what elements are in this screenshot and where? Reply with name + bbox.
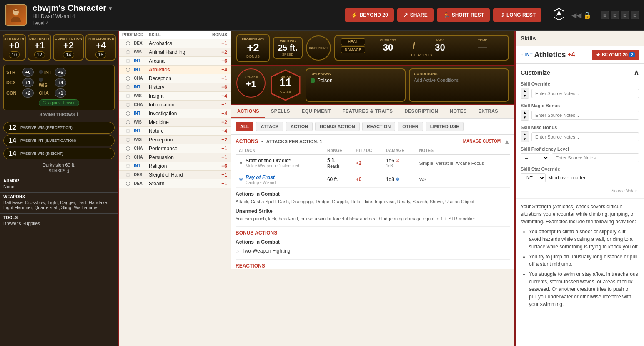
skill-stat: CHA bbox=[134, 102, 149, 107]
skill-override-spinner[interactable]: ▲ ▼ bbox=[521, 88, 529, 99]
skill-row-religion[interactable]: INT Religion +6 bbox=[119, 162, 231, 171]
skill-name: Nature bbox=[149, 128, 210, 134]
skill-row-deception[interactable]: CHA Deception +1 bbox=[119, 74, 231, 83]
filter-attack[interactable]: ATTACK bbox=[256, 122, 283, 131]
save-val-dex: +1 bbox=[22, 78, 34, 87]
ability-mod: +4 bbox=[87, 40, 114, 51]
prof-level-input[interactable] bbox=[552, 153, 639, 162]
skill-row-intimidation[interactable]: CHA Intimidation +1 bbox=[119, 101, 231, 109]
prof-indicator bbox=[126, 138, 130, 142]
tab-features-&-traits[interactable]: FEATURES & TRAITS bbox=[337, 105, 399, 118]
skill-row-stealth[interactable]: DEX Stealth +1 bbox=[119, 179, 231, 188]
skill-row-investigation[interactable]: INT Investigation +4 bbox=[119, 109, 231, 118]
skill-row-arcana[interactable]: INT Arcana +6 bbox=[119, 57, 231, 66]
wc-btn-2[interactable]: ⊡ bbox=[611, 11, 619, 19]
attack-name-staff[interactable]: Staff of the Oracle* bbox=[246, 158, 299, 164]
ability-score: 14 bbox=[63, 51, 74, 58]
passive-num: 12 bbox=[8, 124, 17, 131]
save-val-int: +6 bbox=[55, 68, 66, 77]
attack-row-staff: ✕ Staff of the Oracle* Melee Weapon • Cu… bbox=[236, 154, 510, 172]
nav-lock[interactable]: 🔒 bbox=[583, 11, 591, 19]
col-damage: DAMAGE bbox=[383, 146, 416, 155]
character-avatar[interactable] bbox=[5, 4, 27, 26]
customize-toggle[interactable]: ∧ bbox=[634, 68, 639, 77]
short-rest-button[interactable]: 🏃 SHORT REST bbox=[437, 8, 490, 22]
skill-row-history[interactable]: INT History +6 bbox=[119, 83, 231, 92]
filter-bonus-action[interactable]: BONUS ACTION bbox=[315, 122, 360, 131]
skill-row-performance[interactable]: CHA Performance +1 bbox=[119, 144, 231, 153]
beyond-icon: ⚡ bbox=[351, 12, 358, 18]
passive-label: PASSIVE WIS (PERCEPTION) bbox=[20, 126, 73, 130]
beyond20-button[interactable]: ⚡ BEYOND 20 bbox=[345, 8, 394, 22]
heal-button[interactable]: HEAL bbox=[341, 38, 365, 45]
skill-row-acrobatics[interactable]: DEX Acrobatics +1 bbox=[119, 39, 231, 48]
skill-row-insight[interactable]: WIS Insight +4 bbox=[119, 92, 231, 101]
staff-hit: +2 bbox=[356, 160, 362, 166]
filter-all[interactable]: ALL bbox=[236, 122, 253, 131]
magic-bonus-input[interactable] bbox=[531, 111, 639, 120]
current-hp: CURRENT 30 bbox=[368, 38, 408, 53]
tab-spells[interactable]: SPELLS bbox=[265, 105, 296, 118]
manage-custom-button[interactable]: MANAGE CUSTOM bbox=[463, 139, 501, 144]
rp-description: Your Strength (Athletics) check covers d… bbox=[516, 199, 644, 315]
skill-row-persuasion[interactable]: CHA Persuasion +1 bbox=[119, 153, 231, 162]
skill-name: Deception bbox=[149, 76, 210, 81]
skill-prof-dot bbox=[122, 103, 134, 107]
prof-level-select[interactable]: – Half Full Double bbox=[521, 153, 549, 162]
spin-up3[interactable]: ▲ bbox=[521, 132, 529, 137]
tab-extras[interactable]: EXTRAS bbox=[473, 105, 504, 118]
misc-bonus-input[interactable] bbox=[531, 132, 639, 141]
ability-card-int: INTELLIGENCE +4 18 bbox=[85, 34, 116, 61]
actions-panel: ACTIONSSPELLSEQUIPMENTFEATURES & TRAITSD… bbox=[231, 105, 514, 269]
skill-name: Animal Handling bbox=[149, 49, 210, 55]
wc-btn-1[interactable]: ⊟ bbox=[601, 11, 609, 19]
wc-btn-3[interactable]: ⊡ bbox=[621, 11, 629, 19]
skill-bonus: +6 bbox=[210, 163, 227, 169]
misc-bonus-spinner[interactable]: ▲ ▼ bbox=[521, 131, 529, 142]
spin-down2[interactable]: ▼ bbox=[521, 115, 529, 120]
filter-reaction[interactable]: REACTION bbox=[362, 122, 395, 131]
saves-rows3: CON +2 CHA +1 bbox=[6, 88, 112, 98]
skill-row-sleight-of-hand[interactable]: DEX Sleight of Hand +1 bbox=[119, 171, 231, 179]
nav-back[interactable]: ◀◀ bbox=[571, 11, 581, 19]
share-button[interactable]: ↗ SHARE bbox=[397, 8, 434, 22]
wc-btn-4[interactable]: ⊡ bbox=[631, 11, 639, 19]
skill-row-animal-handling[interactable]: WIS Animal Handling +2 bbox=[119, 48, 231, 57]
shield-icon: 🛡 bbox=[43, 101, 47, 105]
skill-row-medicine[interactable]: WIS Medicine +2 bbox=[119, 118, 231, 127]
initiative-box: INITIATIVE +1 bbox=[236, 68, 266, 98]
skill-name: Perception bbox=[149, 137, 210, 143]
spin-down3[interactable]: ▼ bbox=[521, 137, 529, 142]
filter-other[interactable]: OTHER bbox=[398, 122, 423, 131]
share-icon: ↗ bbox=[403, 12, 408, 18]
ability-mod: +2 bbox=[55, 40, 82, 51]
spin-up2[interactable]: ▲ bbox=[521, 110, 529, 115]
character-level: Level 4 bbox=[33, 20, 49, 26]
spin-up[interactable]: ▲ bbox=[521, 88, 529, 93]
filter-action[interactable]: ACTION bbox=[286, 122, 313, 131]
spin-down[interactable]: ▼ bbox=[521, 93, 529, 98]
attack-name-frost[interactable]: Ray of Frost bbox=[246, 174, 276, 180]
stat-override-select[interactable]: INT STR DEX CON WIS CHA bbox=[521, 173, 546, 182]
tab-actions[interactable]: ACTIONS bbox=[231, 105, 265, 118]
character-name: cbwjm's Character bbox=[33, 3, 106, 13]
filter-limited-use[interactable]: LIMITED USE bbox=[426, 122, 464, 131]
expand-icon[interactable]: ▲ bbox=[504, 138, 510, 145]
inspiration-box[interactable]: INSPIRATION bbox=[306, 35, 331, 61]
skill-row-athletics[interactable]: INT Athletics +4 bbox=[119, 66, 231, 74]
poison-badge: 🛡 against Poison bbox=[39, 99, 80, 106]
skill-override-input[interactable] bbox=[531, 89, 639, 98]
skill-row-nature[interactable]: INT Nature +4 bbox=[119, 127, 231, 136]
tab-description[interactable]: DESCRIPTION bbox=[398, 105, 444, 118]
magic-bonus-spinner[interactable]: ▲ ▼ bbox=[521, 110, 529, 121]
hp-box: HEAL DAMAGE CURRENT 30 / MAX 30 TEMP — bbox=[334, 35, 509, 61]
skill-bonus: +4 bbox=[210, 128, 227, 134]
header-buttons: ⚡ BEYOND 20 ↗ SHARE 🏃 SHORT REST ☽ LONG … bbox=[345, 8, 541, 22]
tab-equipment[interactable]: EQUIPMENT bbox=[296, 105, 337, 118]
skill-row-perception[interactable]: WIS Perception +2 bbox=[119, 136, 231, 144]
long-rest-button[interactable]: ☽ LONG REST bbox=[493, 8, 541, 22]
beyond-badge: 2 bbox=[629, 52, 635, 57]
tab-notes[interactable]: NOTES bbox=[444, 105, 472, 118]
damage-button[interactable]: DAMAGE bbox=[341, 46, 365, 53]
rp-beyond-button[interactable]: ★ BEYOND 20 2 bbox=[592, 50, 639, 60]
